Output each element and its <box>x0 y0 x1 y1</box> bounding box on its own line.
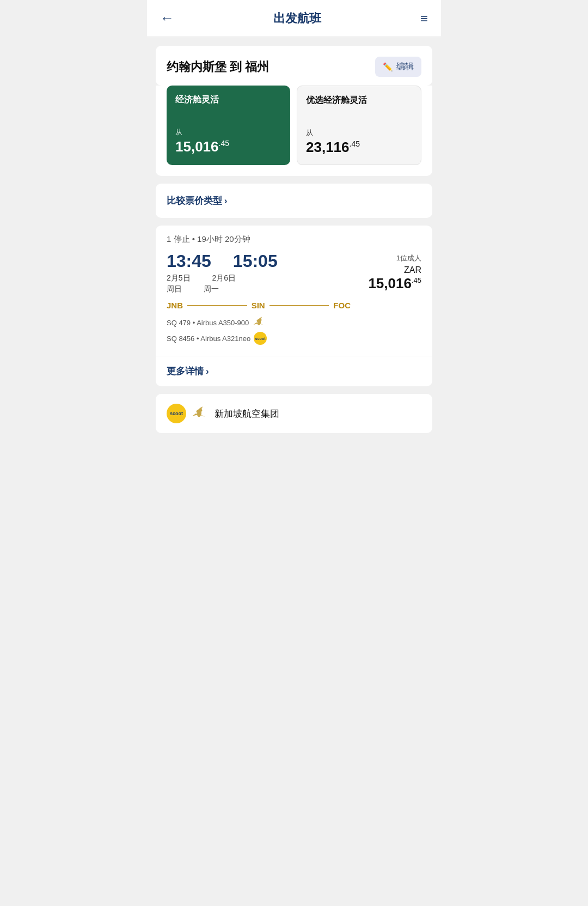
flight-price-section: 1位成人 ZAR 15,016.45 <box>351 251 421 347</box>
back-button[interactable]: ← <box>160 10 174 27</box>
scoot-logo-icon: scoot <box>254 332 267 345</box>
compare-label: 比较票价类型 <box>167 194 222 207</box>
flight-date-row: 2月5日 2月6日 <box>167 273 351 283</box>
price-label: 1位成人 <box>396 253 421 263</box>
flight-time-row: 13:45 15:05 <box>167 251 351 271</box>
price-amount: 15,016.45 <box>368 275 421 292</box>
fare-price-economy: 15,016.45 <box>175 138 281 155</box>
filter-icon[interactable]: ≡ <box>420 11 428 26</box>
aircraft-1-text: SQ 479 • Airbus A350-900 <box>167 319 249 327</box>
route-line-1 <box>187 305 247 306</box>
route-title: 约翰内斯堡 到 福州 <box>167 59 269 75</box>
compare-chevron-icon: › <box>224 196 227 206</box>
fare-card-name-premium: 优选经济舱灵活 <box>306 95 412 106</box>
flight-route-row: JNB SIN FOC <box>167 301 351 310</box>
compare-section: 比较票价类型 › <box>156 184 432 218</box>
more-details-section: 更多详情 › <box>156 356 432 386</box>
depart-date: 2月5日 <box>167 273 191 283</box>
dest-code: FOC <box>333 301 351 310</box>
fare-price-premium: 23,116.45 <box>306 139 412 156</box>
page-title: 出发航班 <box>273 10 321 27</box>
fare-from-economy: 从 <box>175 127 281 137</box>
compare-link[interactable]: 比较票价类型 › <box>167 194 421 207</box>
singapore-airlines-icon <box>252 315 266 330</box>
flight-day-row: 周日 周一 <box>167 284 351 294</box>
fare-cards-section: 经济舱灵活 从 15,016.45 优选经济舱灵活 从 23,116.45 <box>156 86 432 176</box>
aircraft-row-1: SQ 479 • Airbus A350-900 <box>167 315 351 330</box>
flight-card: 1 停止 • 19小时 20分钟 13:45 15:05 2月5日 2月6日 周… <box>156 226 432 386</box>
footer-airline-name: 新加坡航空集团 <box>215 408 279 420</box>
edit-label: 编辑 <box>396 61 414 72</box>
fare-from-premium: 从 <box>306 128 412 138</box>
more-details-label: 更多详情 <box>167 365 204 378</box>
flight-stops-duration: 1 停止 • 19小时 20分钟 <box>156 226 432 245</box>
more-details-chevron-icon: › <box>206 366 209 377</box>
arrive-time: 15:05 <box>233 251 278 271</box>
fare-card-premium-economy[interactable]: 优选经济舱灵活 从 23,116.45 <box>297 86 421 165</box>
edit-button[interactable]: ✏️ 编辑 <box>375 57 421 77</box>
fare-card-name-economy: 经济舱灵活 <box>175 94 281 106</box>
flight-times: 13:45 15:05 2月5日 2月6日 周日 周一 JNB SIN FOC <box>167 251 351 347</box>
route-section: 约翰内斯堡 到 福州 ✏️ 编辑 <box>156 46 432 86</box>
origin-code: JNB <box>167 301 183 310</box>
more-details-link[interactable]: 更多详情 › <box>167 365 421 378</box>
edit-icon: ✏️ <box>383 62 393 72</box>
arrive-day: 周一 <box>204 284 219 294</box>
footer-logos: scoot <box>167 404 208 423</box>
depart-day: 周日 <box>167 284 182 294</box>
depart-time: 13:45 <box>167 251 211 271</box>
route-line-2 <box>270 305 329 306</box>
footer-section: scoot 新加坡航空集团 <box>156 394 432 433</box>
fare-card-economy-flex[interactable]: 经济舱灵活 从 15,016.45 <box>167 86 290 165</box>
price-currency: ZAR <box>404 265 421 275</box>
aircraft-row-2: SQ 8456 • Airbus A321neo scoot <box>167 332 351 345</box>
flight-main: 13:45 15:05 2月5日 2月6日 周日 周一 JNB SIN FOC <box>156 245 432 356</box>
header: ← 出发航班 ≡ <box>147 0 441 37</box>
fare-cards-container: 经济舱灵活 从 15,016.45 优选经济舱灵活 从 23,116.45 <box>167 86 421 165</box>
aircraft-2-text: SQ 8456 • Airbus A321neo <box>167 335 250 343</box>
arrive-date: 2月6日 <box>212 273 236 283</box>
stop-code: SIN <box>252 301 265 310</box>
footer-scoot-icon: scoot <box>167 404 186 423</box>
footer-singapore-airlines-icon <box>191 405 208 422</box>
